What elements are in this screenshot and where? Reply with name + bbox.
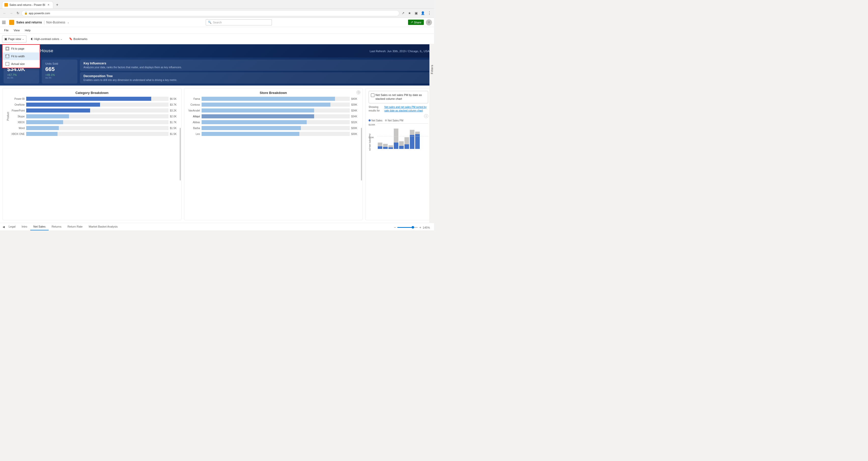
store-bar-leo: Leo $30K xyxy=(187,132,360,136)
store-bar-barba: Barba $30K xyxy=(187,126,360,130)
decomposition-tree-card[interactable]: Decomposition Tree Enables users to dril… xyxy=(80,72,430,84)
zoom-slider-thumb[interactable] xyxy=(412,226,414,228)
high-contrast-chevron-icon: ⌄ xyxy=(60,38,62,40)
high-contrast-icon: ◐ xyxy=(31,37,33,40)
refresh-button[interactable]: ↻ xyxy=(15,10,21,16)
fit-to-width-label: Fit to width xyxy=(11,55,25,58)
chart-scroll-handle[interactable] xyxy=(180,128,181,181)
zoom-slider-track[interactable] xyxy=(397,227,418,228)
zoom-percent: 145% xyxy=(423,226,430,229)
bookmarks-label: Bookmarks xyxy=(73,37,88,40)
share-label: Share xyxy=(414,21,421,24)
key-influencers-card[interactable]: Key Influencers Analyzes your data, rank… xyxy=(80,60,430,71)
decomp-tree-desc: Enables users to drill into any dimensio… xyxy=(84,79,427,82)
kpi-units-value: 665 xyxy=(45,66,74,72)
net-sales-legend-label: Net Sales xyxy=(371,119,382,122)
forward-button[interactable]: → xyxy=(8,10,14,16)
last-refresh-text: Last Refresh: Jun 30th, 2019 / Chicago, … xyxy=(370,50,429,53)
tab-title: Sales and returns - Power BI xyxy=(9,3,45,6)
kpi-net-sales-period: vs /m xyxy=(7,76,36,79)
net-sales-legend-dot xyxy=(369,119,371,121)
tab-nav-left[interactable]: ◀ xyxy=(2,223,6,230)
category-breakdown-panel: Category Breakdown Product Power BI $6.5… xyxy=(3,88,182,220)
store-bar-vanarsdel: VanArsdel $34K xyxy=(187,109,360,113)
category-y-axis-label: Product xyxy=(6,97,10,136)
store-bar-aliqui: Aliqui $34K xyxy=(187,114,360,118)
page-view-button[interactable]: ▣ Page view ⌄ xyxy=(2,35,27,42)
extension-icon[interactable]: ▣ xyxy=(413,10,419,16)
bar-row-powerpoint: PowerPoint $3.2K xyxy=(10,109,178,113)
tab-favicon xyxy=(4,3,8,7)
page-view-label: Page view xyxy=(8,37,21,40)
more-options-icon[interactable]: ⋮ xyxy=(426,10,432,16)
store-breakdown-panel: Store Breakdown Fama $40K Contoso xyxy=(184,88,363,220)
results-link[interactable]: Net sales and net sales PM sorted by sal… xyxy=(384,105,428,113)
high-contrast-button[interactable]: ◐ High-contrast colors ⌄ xyxy=(29,35,65,42)
address-bar[interactable]: 🔒 app.powerbi.com xyxy=(21,10,399,16)
search-placeholder: Search xyxy=(213,21,222,24)
kpi-units-label: Units Sold xyxy=(45,62,74,65)
kpi-units-period: vs /m xyxy=(45,76,74,79)
fit-to-page-label: Fit to page xyxy=(11,47,25,50)
filters-label: Filters xyxy=(430,65,433,74)
store-bar-fama: Fama $40K xyxy=(187,97,360,101)
high-contrast-label: High-contrast colors xyxy=(34,37,59,40)
y-axis-label-100k: $100K xyxy=(369,123,375,126)
app-title: Sales and returns xyxy=(16,21,42,24)
key-influencers-desc: Analyzes your data, ranks the factors th… xyxy=(84,66,427,69)
bookmarks-button[interactable]: 🔖 Bookmarks xyxy=(67,35,90,42)
fit-to-page-option[interactable]: Fit to page xyxy=(3,45,40,53)
bar-row-powerbi: Power BI $6.5K xyxy=(10,97,178,101)
kpi-units-change: +49.1% xyxy=(45,73,74,76)
key-influencers-title: Key Influencers xyxy=(84,62,427,65)
browser-tab[interactable]: Sales and returns - Power BI × xyxy=(2,1,53,8)
ai-query-box: Net Sales vs net sales PM by date as sta… xyxy=(369,91,428,103)
view-menu[interactable]: View xyxy=(11,27,22,34)
tab-return-rate[interactable]: Return Rate xyxy=(64,223,86,230)
decomp-tree-title: Decomposition Tree xyxy=(84,74,427,78)
bookmark-star-icon[interactable]: ★ xyxy=(406,10,413,16)
workspace-name[interactable]: Non-Business xyxy=(46,21,65,24)
chat-icon xyxy=(371,93,374,97)
user-avatar[interactable]: U xyxy=(426,19,432,26)
cast-icon[interactable]: ↗ xyxy=(400,10,406,16)
share-button[interactable]: ↗ Share xyxy=(408,20,424,25)
workspace-chevron-icon[interactable]: ⌄ xyxy=(67,21,69,24)
profile-icon[interactable]: 👤 xyxy=(420,10,426,16)
close-tab-icon[interactable]: × xyxy=(47,3,51,7)
store-scroll-handle[interactable] xyxy=(361,128,362,181)
zoom-minus-button[interactable]: − xyxy=(394,225,396,229)
bookmarks-icon: 🔖 xyxy=(69,37,72,40)
search-icon: 🔍 xyxy=(208,21,212,24)
new-tab-button[interactable]: + xyxy=(54,2,60,8)
tab-net-sales[interactable]: Net Sales xyxy=(30,223,49,230)
page-view-dropdown: Fit to page Fit to width Actual size xyxy=(2,44,40,68)
net-sales-pm-legend-label: Net Sales PM xyxy=(388,119,403,122)
share-icon: ↗ xyxy=(411,21,413,24)
filters-side-panel[interactable]: Filters xyxy=(429,44,434,223)
store-info-icon[interactable]: ⓘ xyxy=(356,90,361,94)
tab-intro[interactable]: Intro xyxy=(19,223,30,230)
bar-row-xboxone: XBOX ONE $1.5K xyxy=(10,132,178,136)
tab-market-basket[interactable]: Market Basket Analysis xyxy=(86,223,121,230)
hamburger-menu[interactable] xyxy=(2,20,7,25)
bar-row-onenote: OneNote $3.7K xyxy=(10,102,178,107)
help-menu[interactable]: Help xyxy=(22,27,33,34)
actual-size-label: Actual size xyxy=(11,62,25,65)
zoom-plus-button[interactable]: + xyxy=(419,225,421,229)
ai-info-icon[interactable]: i xyxy=(424,114,428,118)
back-button[interactable]: ← xyxy=(2,10,8,16)
search-box[interactable]: 🔍 Search xyxy=(206,19,272,26)
file-menu[interactable]: File xyxy=(2,27,11,34)
tab-returns[interactable]: Returns xyxy=(49,223,65,230)
tab-legal[interactable]: Legal xyxy=(6,223,19,230)
fit-to-width-option[interactable]: Fit to width xyxy=(3,53,40,60)
ai-insights-panel: Net Sales vs net sales PM by date as sta… xyxy=(365,88,431,220)
y-axis-chart-label: nd Net Sales PM xyxy=(369,134,371,151)
store-bar-abbas: Abbas $32K xyxy=(187,120,360,124)
category-breakdown-title: Category Breakdown xyxy=(6,91,178,95)
bar-row-word: Word $1.5K xyxy=(10,126,178,130)
store-bar-contoso: Contoso $39K xyxy=(187,102,360,107)
actual-size-option[interactable]: Actual size xyxy=(3,60,40,68)
pbi-logo xyxy=(9,20,14,25)
